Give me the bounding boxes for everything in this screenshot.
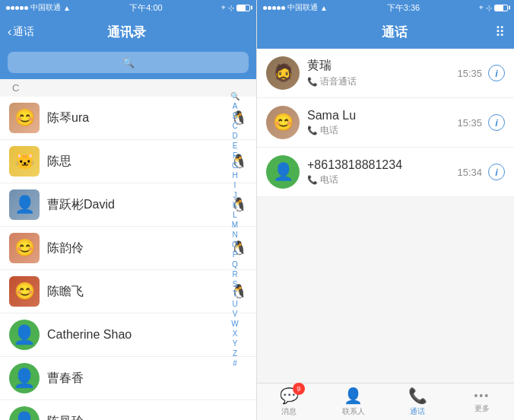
section-header-c: C xyxy=(0,79,256,97)
call-list[interactable]: 🧔 黄瑞 📞 语音通话 15:35 i 😊 Sama Lu 📞 电话 xyxy=(257,49,514,383)
messages-label: 消息 xyxy=(281,406,297,417)
contact-name: 曹跃彬David xyxy=(47,197,230,213)
call-info: +8613818881234 📞 电话 xyxy=(307,158,457,186)
left-carrier: 中国联通 xyxy=(30,2,61,13)
search-box[interactable]: 🔍 xyxy=(8,52,249,73)
left-status-bar: 中国联通 ▲ 下午4:00 ⌖ ⊹ xyxy=(0,0,256,15)
call-time: 15:35 xyxy=(457,68,482,79)
contact-name: 陈思 xyxy=(47,154,230,170)
alpha-K[interactable]: K xyxy=(233,200,238,210)
contacts-list[interactable]: C 😊 陈琴ura 🐧 🐱 陈思 🐧 👤 曹跃彬David 🐧 � xyxy=(0,79,256,420)
more-icon: ••• xyxy=(474,390,490,402)
call-type-label: 语音通话 xyxy=(320,75,357,88)
search-bar-area: 🔍 xyxy=(0,49,256,79)
left-signal-area: 中国联通 ▲ xyxy=(6,2,71,13)
messages-badge-container: 💬 9 xyxy=(280,387,299,405)
contact-row[interactable]: 👤 Catherine Shao xyxy=(0,313,256,357)
search-icon: 🔍 xyxy=(122,57,135,68)
call-type: 📞 电话 xyxy=(307,173,457,186)
alpha-S[interactable]: S xyxy=(233,279,238,289)
alpha-V[interactable]: V xyxy=(233,309,238,319)
contact-row[interactable]: 👤 陈凤玲 xyxy=(0,400,256,420)
avatar: 🧔 xyxy=(266,56,300,90)
contact-name: 陈琴ura xyxy=(47,110,230,126)
right-wifi-icon: ▲ xyxy=(320,4,328,12)
call-time: 15:35 xyxy=(457,117,482,129)
alpha-I[interactable]: I xyxy=(234,180,236,190)
call-row[interactable]: 😊 Sama Lu 📞 电话 15:35 i xyxy=(257,98,514,148)
info-button[interactable]: i xyxy=(488,65,505,81)
alpha-O[interactable]: O xyxy=(232,240,238,250)
alpha-A[interactable]: A xyxy=(233,101,238,111)
call-name: 黄瑞 xyxy=(307,58,457,74)
call-row[interactable]: 👤 +8613818881234 📞 电话 15:34 i xyxy=(257,148,514,197)
tab-contacts[interactable]: 👤 联系人 xyxy=(322,387,386,417)
alpha-T[interactable]: T xyxy=(233,289,237,299)
info-button[interactable]: i xyxy=(488,114,505,131)
back-button[interactable]: ‹ 通话 xyxy=(8,25,34,39)
alpha-G[interactable]: G xyxy=(232,161,238,170)
contact-row[interactable]: 👤 曹春香 xyxy=(0,357,256,400)
alpha-C[interactable]: C xyxy=(232,121,237,131)
left-wifi-icon: ▲ xyxy=(63,4,71,12)
alpha-B[interactable]: B xyxy=(233,111,238,121)
right-panel: 中国联通 ▲ 下午3:36 ⌖ ⊹ 通话 ⠿ 🧔 黄瑞 📞 语音通话 xyxy=(257,0,514,420)
left-battery-icon xyxy=(236,5,250,11)
avatar: 👤 xyxy=(9,406,40,420)
contact-row[interactable]: 👤 曹跃彬David 🐧 xyxy=(0,183,256,227)
avatar: 😊 xyxy=(9,103,40,133)
contact-row[interactable]: 😊 陈瞻飞 🐧 xyxy=(0,270,256,313)
alpha-X[interactable]: X xyxy=(233,329,238,339)
tab-messages[interactable]: 💬 9 消息 xyxy=(257,387,322,417)
left-location-icon: ⌖ xyxy=(221,3,226,12)
tab-more[interactable]: ••• 更多 xyxy=(450,390,515,414)
grid-icon[interactable]: ⠿ xyxy=(495,24,505,40)
alpha-Q[interactable]: Q xyxy=(232,259,238,269)
avatar: 😊 xyxy=(266,106,300,139)
left-nav-title: 通讯录 xyxy=(34,24,218,41)
call-type-label: 电话 xyxy=(320,124,338,137)
alpha-P[interactable]: P xyxy=(233,250,238,259)
alpha-H[interactable]: H xyxy=(232,170,237,180)
alpha-J[interactable]: J xyxy=(233,190,237,200)
avatar: 👤 xyxy=(9,363,40,393)
avatar: 👤 xyxy=(9,320,40,350)
contact-row[interactable]: 😊 陈琴ura 🐧 xyxy=(0,97,256,140)
contact-name: 曹春香 xyxy=(47,371,247,387)
right-status-bar: 中国联通 ▲ 下午3:36 ⌖ ⊹ xyxy=(257,0,514,15)
alpha-R[interactable]: R xyxy=(232,269,237,279)
alpha-W[interactable]: W xyxy=(231,319,238,329)
alpha-F[interactable]: F xyxy=(233,151,237,161)
contact-row[interactable]: 😊 陈韵伶 🐧 xyxy=(0,227,256,270)
right-nav-title: 通话 xyxy=(293,24,495,41)
right-bluetooth-icon: ⊹ xyxy=(486,4,492,12)
call-info: Sama Lu 📞 电话 xyxy=(307,109,457,137)
alpha-U[interactable]: U xyxy=(232,299,237,309)
contact-name: 陈瞻飞 xyxy=(47,284,230,300)
call-time: 15:34 xyxy=(457,167,482,178)
info-button[interactable]: i xyxy=(488,164,505,180)
alpha-M[interactable]: M xyxy=(232,220,238,230)
alpha-E[interactable]: E xyxy=(233,141,238,151)
call-row[interactable]: 🧔 黄瑞 📞 语音通话 15:35 i xyxy=(257,49,514,98)
signal-dots xyxy=(6,6,28,10)
alpha-Y[interactable]: Y xyxy=(233,339,238,348)
avatar: 👤 xyxy=(9,189,40,220)
alpha-Z[interactable]: Z xyxy=(233,348,237,358)
alpha-D[interactable]: D xyxy=(232,131,237,141)
tab-calls[interactable]: 📞 通话 xyxy=(386,387,450,417)
alpha-L[interactable]: L xyxy=(233,210,237,220)
left-bluetooth-icon: ⊹ xyxy=(228,4,234,12)
right-carrier: 中国联通 xyxy=(287,2,318,13)
avatar: 👤 xyxy=(266,155,300,189)
call-name: +8613818881234 xyxy=(307,158,457,172)
contact-row[interactable]: 🐱 陈思 🐧 xyxy=(0,140,256,183)
alpha-hash[interactable]: # xyxy=(233,358,237,368)
search-alpha-icon[interactable]: 🔍 xyxy=(230,91,240,101)
right-battery-area: ⌖ ⊹ xyxy=(479,3,508,12)
alpha-N[interactable]: N xyxy=(232,230,237,240)
call-name: Sama Lu xyxy=(307,109,457,123)
phone-icon: 📞 xyxy=(307,126,318,135)
left-time: 下午4:00 xyxy=(129,2,162,14)
contacts-label: 联系人 xyxy=(342,406,365,417)
